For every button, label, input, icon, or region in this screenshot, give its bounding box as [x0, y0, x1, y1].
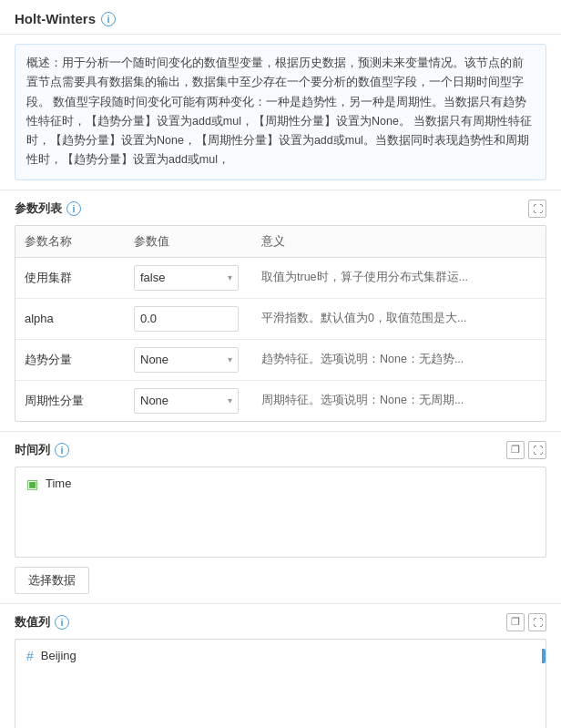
param-meaning-cell: 取值为true时，算子使用分布式集群运... — [252, 257, 546, 298]
time-title-text: 时间列 — [15, 442, 50, 458]
param-name-cell: alpha — [15, 298, 125, 339]
params-expand-icon[interactable]: ⛶ — [528, 200, 546, 218]
time-info-icon[interactable]: i — [55, 443, 69, 457]
blue-bar — [542, 649, 546, 663]
select-btn-label: 选择数据 — [28, 572, 76, 589]
params-info-icon[interactable]: i — [66, 201, 81, 216]
param-name-cell: 使用集群 — [15, 257, 125, 298]
meaning-text-3: 周期特征。选项说明：None：无周期... — [261, 393, 480, 408]
param-value-select-0[interactable]: false ▾ — [134, 265, 239, 291]
value-data-box: # Beijing — [15, 639, 546, 729]
meaning-text-2: 趋势特征。选项说明：None：无趋势... — [261, 352, 480, 367]
select-data-button[interactable]: 选择数据 — [15, 567, 89, 594]
select-text-2: None — [140, 353, 224, 366]
table-row: 周期性分量 None ▾ 周期特征。选项说明：None：无周期... — [15, 380, 546, 421]
meaning-text-0: 取值为true时，算子使用分布式集群运... — [261, 270, 480, 285]
params-section-header: 参数列表 i ⛶ — [0, 190, 561, 225]
param-value-cell[interactable] — [125, 298, 252, 339]
main-container: Holt-Winters i 概述：用于分析一个随时间变化的数值型变量，根据历史… — [0, 0, 561, 728]
select-text-3: None — [140, 394, 224, 407]
params-title-text: 参数列表 — [15, 200, 62, 217]
col-header-value: 参数值 — [125, 226, 252, 258]
value-title-text: 数值列 — [15, 614, 50, 631]
select-text-0: false — [140, 271, 224, 284]
value-info-icon[interactable]: i — [55, 615, 69, 630]
param-name-cell: 趋势分量 — [15, 339, 125, 380]
time-item-0: ▣ Time — [26, 477, 535, 491]
table-row: 使用集群 false ▾ 取值为true时，算子使用分布式集群运... — [15, 257, 546, 298]
param-meaning-cell: 平滑指数。默认值为0，取值范围是大... — [252, 298, 546, 339]
calendar-icon: ▣ — [26, 477, 38, 491]
params-section-title: 参数列表 i — [15, 200, 81, 217]
hash-icon: # — [26, 649, 34, 663]
header-info-icon[interactable]: i — [101, 12, 116, 26]
value-copy-icon[interactable]: ❐ — [506, 613, 525, 631]
table-row: alpha 平滑指数。默认值为0，取值范围是大... — [15, 298, 546, 339]
value-item-0: # Beijing — [26, 649, 546, 663]
time-expand-icon[interactable]: ⛶ — [528, 441, 546, 459]
value-expand-icon[interactable]: ⛶ — [528, 613, 546, 631]
time-actions: ❐ ⛶ — [506, 441, 546, 459]
header: Holt-Winters i — [0, 0, 561, 35]
page-title: Holt-Winters — [15, 11, 96, 26]
param-name-cell: 周期性分量 — [15, 380, 125, 421]
table-row: 趋势分量 None ▾ 趋势特征。选项说明：None：无趋势... — [15, 339, 546, 380]
time-copy-icon[interactable]: ❐ — [506, 441, 525, 459]
description-box: 概述：用于分析一个随时间变化的数值型变量，根据历史数据，预测未来变量情况。该节点… — [15, 44, 546, 180]
time-section-title: 时间列 i — [15, 442, 69, 458]
param-value-cell[interactable]: None ▾ — [125, 380, 252, 421]
param-meaning-cell: 周期特征。选项说明：None：无周期... — [252, 380, 546, 421]
param-value-select-2[interactable]: None ▾ — [134, 347, 239, 373]
time-section-header: 时间列 i ❐ ⛶ — [0, 431, 561, 467]
value-item-label: Beijing — [41, 649, 76, 662]
params-actions: ⛶ — [528, 200, 546, 218]
time-item-label: Time — [46, 477, 71, 490]
params-table: 参数名称 参数值 意义 使用集群 false ▾ 取值为tr — [15, 225, 546, 422]
time-data-box: ▣ Time — [15, 467, 546, 558]
meaning-text-1: 平滑指数。默认值为0，取值范围是大... — [261, 311, 480, 326]
description-text: 概述：用于分析一个随时间变化的数值型变量，根据历史数据，预测未来变量情况。该节点… — [26, 56, 532, 166]
chevron-down-icon: ▾ — [228, 272, 232, 282]
param-value-input-1[interactable] — [134, 306, 239, 332]
param-value-cell[interactable]: false ▾ — [125, 257, 252, 298]
param-value-cell[interactable]: None ▾ — [125, 339, 252, 380]
value-actions: ❐ ⛶ — [506, 613, 546, 631]
value-section-header: 数值列 i ❐ ⛶ — [0, 603, 561, 639]
value-section-title: 数值列 i — [15, 614, 69, 631]
param-value-select-3[interactable]: None ▾ — [134, 388, 239, 414]
chevron-down-icon: ▾ — [228, 395, 232, 405]
col-header-meaning: 意义 — [252, 226, 546, 258]
chevron-down-icon: ▾ — [228, 354, 232, 364]
col-header-name: 参数名称 — [15, 226, 125, 258]
param-meaning-cell: 趋势特征。选项说明：None：无趋势... — [252, 339, 546, 380]
